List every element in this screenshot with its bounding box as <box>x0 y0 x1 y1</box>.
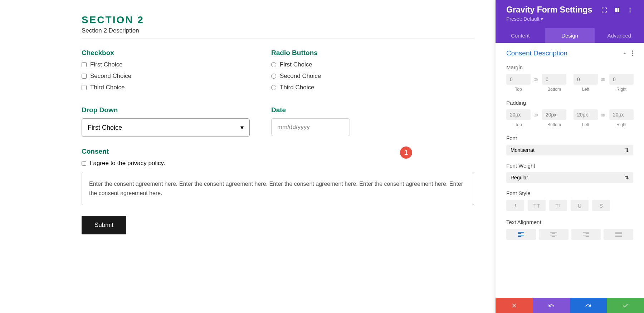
link-icon[interactable] <box>600 113 607 118</box>
margin-left-input[interactable] <box>574 74 598 85</box>
link-icon[interactable] <box>533 113 540 118</box>
svg-rect-7 <box>518 233 521 234</box>
radio-field: Radio Buttons First Choice Second Choice… <box>271 49 474 95</box>
more-vertical-icon[interactable] <box>632 50 633 56</box>
redo-button[interactable] <box>570 298 607 313</box>
svg-point-1 <box>630 9 631 10</box>
svg-point-2 <box>630 11 631 12</box>
align-left-button[interactable] <box>506 229 536 240</box>
svg-rect-21 <box>615 236 622 237</box>
font-select[interactable]: Montserrat ⇅ <box>506 145 633 155</box>
date-label: Date <box>271 106 474 114</box>
panel-title: Gravity Form Settings <box>506 5 592 15</box>
uppercase-button[interactable]: TT <box>528 200 546 211</box>
consent-label: Consent <box>82 148 474 155</box>
padding-right-input[interactable] <box>609 109 634 120</box>
font-label: Font <box>506 135 633 141</box>
consent-checkbox-row[interactable]: I agree to the privacy policy. <box>82 160 474 167</box>
svg-rect-18 <box>615 232 622 233</box>
link-icon[interactable] <box>600 77 607 82</box>
tab-content[interactable]: Content <box>496 28 545 43</box>
svg-point-3 <box>632 50 633 52</box>
align-justify-button[interactable] <box>604 229 633 240</box>
radio-choice[interactable]: Second Choice <box>271 73 474 80</box>
svg-point-5 <box>632 55 633 56</box>
margin-top-input[interactable] <box>506 74 531 85</box>
panel-body: Consent Description Margin Top Bottom <box>496 43 644 298</box>
svg-rect-15 <box>586 233 589 234</box>
radio-choice[interactable]: Third Choice <box>271 84 474 91</box>
align-center-button[interactable] <box>539 229 569 240</box>
consent-checkbox[interactable] <box>82 161 86 166</box>
font-weight-label: Font Weight <box>506 163 633 169</box>
expand-icon[interactable] <box>601 7 608 13</box>
checkbox-input[interactable] <box>82 62 87 67</box>
undo-button[interactable] <box>533 298 570 313</box>
checkbox-choice[interactable]: Third Choice <box>82 84 250 91</box>
svg-rect-19 <box>615 233 622 234</box>
link-icon[interactable] <box>533 77 540 82</box>
section-description: Section 2 Description <box>82 27 474 39</box>
panel-tabs: Content Design Advanced <box>496 28 644 43</box>
padding-bottom-input[interactable] <box>542 109 566 120</box>
notification-badge[interactable]: 1 <box>400 146 412 159</box>
margin-right-input[interactable] <box>609 74 634 85</box>
dropdown-label: Drop Down <box>82 106 250 114</box>
more-icon[interactable] <box>627 7 633 13</box>
text-alignment-label: Text Alignment <box>506 219 633 225</box>
section-header-title: Consent Description <box>506 49 567 57</box>
checkbox-choice[interactable]: First Choice <box>82 61 250 68</box>
submit-button[interactable]: Submit <box>82 216 126 234</box>
svg-rect-8 <box>518 235 524 235</box>
italic-button[interactable]: I <box>506 200 524 211</box>
alignment-buttons <box>506 229 633 240</box>
close-button[interactable] <box>496 298 533 313</box>
padding-inputs: Top Bottom Left Right <box>506 109 633 127</box>
save-button[interactable] <box>607 298 644 313</box>
svg-rect-20 <box>615 235 622 235</box>
radio-input[interactable] <box>271 85 276 90</box>
svg-rect-10 <box>550 232 557 233</box>
checkbox-label: Checkbox <box>82 49 250 57</box>
dropdown-field: Drop Down First Choice ▾ <box>82 106 250 137</box>
date-field: Date <box>271 106 474 137</box>
strikethrough-button[interactable]: S <box>592 200 610 211</box>
panel-header: Gravity Form Settings Preset: Default ▾ <box>496 0 644 28</box>
svg-point-4 <box>632 53 633 54</box>
panel-footer <box>496 298 644 313</box>
svg-rect-9 <box>518 236 521 237</box>
svg-rect-17 <box>586 236 589 237</box>
radio-label: Radio Buttons <box>271 49 474 57</box>
radio-input[interactable] <box>271 62 276 67</box>
checkbox-input[interactable] <box>82 85 87 90</box>
smallcaps-button[interactable]: TT <box>549 200 567 211</box>
margin-inputs: Top Bottom Left Right <box>506 74 633 92</box>
tab-design[interactable]: Design <box>545 28 594 43</box>
columns-icon[interactable] <box>614 7 620 13</box>
chevron-down-icon: ▾ <box>240 124 244 131</box>
underline-button[interactable]: U <box>571 200 589 211</box>
padding-top-input[interactable] <box>506 109 531 120</box>
checkbox-choice[interactable]: Second Choice <box>82 73 250 80</box>
svg-rect-16 <box>583 235 589 235</box>
padding-label: Padding <box>506 100 633 106</box>
consent-field: Consent I agree to the privacy policy. E… <box>82 148 474 205</box>
padding-left-input[interactable] <box>574 109 598 120</box>
svg-rect-14 <box>583 232 589 233</box>
chevron-up-icon[interactable] <box>622 50 628 56</box>
dropdown-select[interactable]: First Choice ▾ <box>82 118 250 137</box>
preset-selector[interactable]: Preset: Default ▾ <box>506 16 633 22</box>
tab-advanced[interactable]: Advanced <box>595 28 644 43</box>
select-arrows-icon: ⇅ <box>625 147 629 153</box>
radio-choice[interactable]: First Choice <box>271 61 474 68</box>
checkbox-input[interactable] <box>82 74 87 79</box>
margin-label: Margin <box>506 64 633 70</box>
font-weight-select[interactable]: Regular ⇅ <box>506 172 633 183</box>
align-right-button[interactable] <box>571 229 601 240</box>
date-input[interactable] <box>271 118 350 136</box>
margin-bottom-input[interactable] <box>542 74 566 85</box>
svg-rect-11 <box>552 233 555 234</box>
svg-rect-13 <box>552 236 555 237</box>
radio-input[interactable] <box>271 74 276 79</box>
section-header[interactable]: Consent Description <box>506 49 633 57</box>
